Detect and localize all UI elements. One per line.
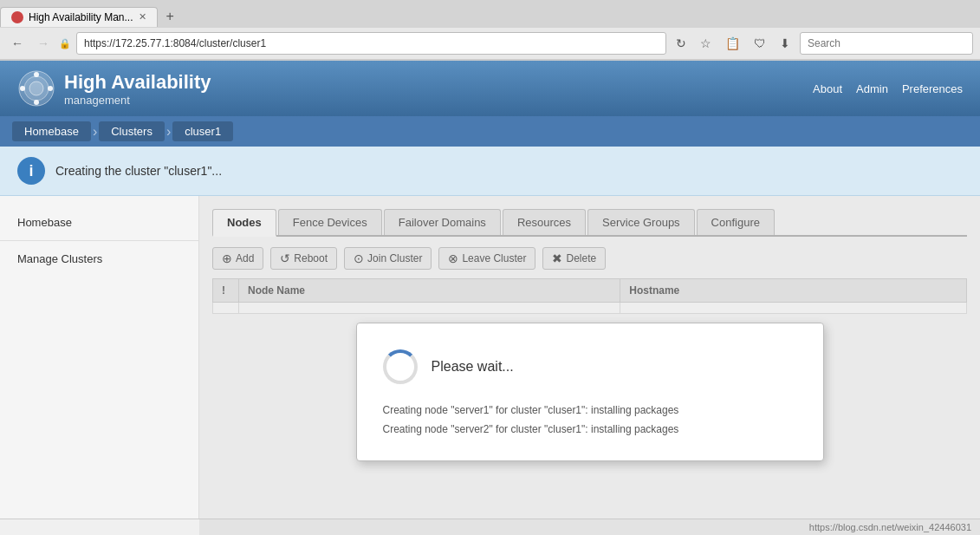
info-bar: i Creating the cluster "cluser1"... xyxy=(0,147,980,196)
please-wait-modal: Please wait... Creating node "server1" f… xyxy=(356,323,824,461)
about-link[interactable]: About xyxy=(813,82,842,95)
app-header: High Availability management About Admin… xyxy=(0,61,980,116)
breadcrumb-homebase[interactable]: Homebase xyxy=(12,121,91,141)
loading-spinner xyxy=(383,349,418,384)
tab-close-button[interactable]: ✕ xyxy=(139,11,146,23)
admin-link[interactable]: Admin xyxy=(856,82,888,95)
logo-text: High Availability management xyxy=(64,71,211,107)
sidebar-item-manage-clusters[interactable]: Manage Clusters xyxy=(0,245,198,272)
sidebar-item-homebase[interactable]: Homebase xyxy=(0,209,198,236)
logo-sub-text: management xyxy=(64,94,211,107)
back-button[interactable]: ← xyxy=(7,33,28,54)
shield-button[interactable]: 🛡 xyxy=(750,35,770,52)
header-links: About Admin Preferences xyxy=(813,82,963,95)
breadcrumb: Homebase › Clusters › cluser1 xyxy=(0,116,980,147)
modal-wait-text: Please wait... xyxy=(432,359,514,375)
breadcrumb-cluster-name[interactable]: cluser1 xyxy=(172,121,233,141)
logo-svg-icon xyxy=(17,69,55,108)
main-content: Nodes Fence Devices Failover Domains Res… xyxy=(199,196,980,535)
svg-point-2 xyxy=(29,82,43,95)
modal-message-2: Creating node "server2" for cluster "clu… xyxy=(383,421,797,440)
download-button[interactable]: ⬇ xyxy=(776,35,795,52)
browser-chrome: High Availability Man... ✕ + ← → 🔒 ↻ ☆ 📋… xyxy=(0,0,980,61)
app-logo: High Availability management xyxy=(17,69,211,108)
forward-button[interactable]: → xyxy=(33,33,54,54)
modal-overlay: Please wait... Creating node "server1" f… xyxy=(199,196,980,535)
main-layout: Homebase Manage Clusters Nodes Fence Dev… xyxy=(0,196,980,535)
tab-bar: High Availability Man... ✕ + xyxy=(0,0,980,28)
breadcrumb-sep-1: › xyxy=(93,124,97,140)
address-bar: ← → 🔒 ↻ ☆ 📋 🛡 ⬇ xyxy=(0,28,980,60)
info-icon: i xyxy=(17,157,45,185)
breadcrumb-sep-2: › xyxy=(166,124,171,140)
svg-point-3 xyxy=(34,72,39,77)
reading-list-button[interactable]: 📋 xyxy=(721,35,744,52)
reload-button[interactable]: ↻ xyxy=(672,35,691,52)
modal-message-1: Creating node "server1" for cluster "clu… xyxy=(383,401,797,421)
bookmark-star-button[interactable]: ☆ xyxy=(696,35,716,52)
sidebar-divider xyxy=(0,240,198,241)
search-input[interactable] xyxy=(800,32,973,55)
lock-icon: 🔒 xyxy=(59,38,71,49)
preferences-link[interactable]: Preferences xyxy=(902,82,963,95)
breadcrumb-clusters[interactable]: Clusters xyxy=(99,121,165,141)
active-tab[interactable]: High Availability Man... ✕ xyxy=(0,7,158,27)
new-tab-button[interactable]: + xyxy=(158,5,183,28)
svg-point-6 xyxy=(48,86,53,91)
info-message: Creating the cluster "cluser1"... xyxy=(55,164,222,178)
url-input[interactable] xyxy=(76,32,666,55)
svg-point-5 xyxy=(20,86,25,91)
modal-messages: Creating node "server1" for cluster "clu… xyxy=(383,401,797,439)
tab-title: High Availability Man... xyxy=(29,11,133,23)
sidebar: Homebase Manage Clusters xyxy=(0,196,199,535)
svg-point-4 xyxy=(34,100,39,105)
tab-favicon xyxy=(11,11,23,23)
modal-spinner-row: Please wait... xyxy=(383,349,797,384)
logo-main-text: High Availability xyxy=(64,71,211,94)
